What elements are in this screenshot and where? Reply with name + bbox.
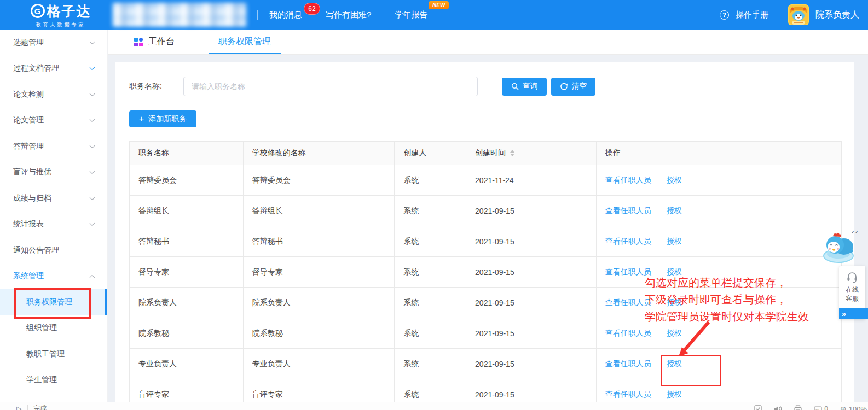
column-header-label: 职务名称 <box>138 148 169 158</box>
status-speaker-icon[interactable] <box>774 405 782 410</box>
tab-workbench[interactable]: 工作台 <box>134 30 175 54</box>
sidebar-item-4[interactable]: 论文管理 <box>0 108 107 134</box>
header-nav: 我的消息62写作有困难?学年报告NEW <box>257 0 439 30</box>
service-label-1: 在线 <box>846 285 859 294</box>
role-name-input[interactable] <box>183 77 478 96</box>
sidebar-item-11[interactable]: 职务权限管理 <box>0 289 107 315</box>
view-staff-link[interactable]: 查看任职人员 <box>605 298 651 308</box>
nav-item-1[interactable]: 我的消息62 <box>258 10 314 20</box>
manual-link[interactable]: 操作手册 <box>736 10 768 20</box>
browser-status-bar: ▷ 完成 an 0 ⊕ 100% <box>0 402 868 410</box>
nav-separator <box>439 10 439 20</box>
cell-学校修改的名称: 答辩组长 <box>244 196 395 226</box>
sidebar-item-2[interactable]: 过程文档管理 <box>0 56 107 82</box>
add-role-button[interactable]: + 添加新职务 <box>129 110 196 127</box>
status-check-icon[interactable] <box>754 405 762 410</box>
sidebar-item-13[interactable]: 教职工管理 <box>0 341 107 367</box>
online-service-widget[interactable]: 在线 客服 » <box>839 266 865 319</box>
authorize-link[interactable]: 授权 <box>667 267 682 277</box>
cell-创建人: 系统 <box>395 196 466 226</box>
cell-actions: 查看任职人员授权 <box>597 165 841 195</box>
authorize-link[interactable]: 授权 <box>667 237 682 247</box>
authorize-link[interactable]: 授权 <box>667 359 682 369</box>
view-staff-link[interactable]: 查看任职人员 <box>605 206 651 216</box>
chevron-down-icon <box>90 65 95 71</box>
cell-actions: 查看任职人员授权 <box>597 226 841 256</box>
sidebar-item-1[interactable]: 选题管理 <box>0 30 107 56</box>
status-counter[interactable]: an 0 <box>814 405 828 410</box>
view-staff-link[interactable]: 查看任职人员 <box>605 359 651 369</box>
nav-item-label: 我的消息 <box>269 10 302 19</box>
column-header-label: 创建时间 <box>475 148 506 158</box>
sidebar-item-6[interactable]: 盲评与推优 <box>0 160 107 186</box>
sidebar-item-label: 成绩与归档 <box>13 194 51 203</box>
chevron-down-icon <box>90 143 95 148</box>
authorize-link[interactable]: 授权 <box>667 298 682 308</box>
header-right: ? 操作手册 院系负责人 <box>720 0 859 30</box>
sidebar-item-label: 组织管理 <box>26 323 57 333</box>
sleep-zzz: z z <box>852 229 858 235</box>
column-header-label: 学校修改的名称 <box>252 148 306 158</box>
cell-创建人: 系统 <box>395 288 466 318</box>
view-staff-link[interactable]: 查看任职人员 <box>605 390 651 400</box>
cell-学校修改的名称: 督导专家 <box>244 257 395 287</box>
tab-bar: 工作台 职务权限管理 <box>108 30 868 55</box>
view-staff-link[interactable]: 查看任职人员 <box>605 237 651 247</box>
status-text: 完成 <box>33 404 47 410</box>
brand-tagline: 教育大数据专家 <box>20 21 102 28</box>
authorize-link[interactable]: 授权 <box>667 329 682 338</box>
column-header-2: 学校修改的名称 <box>244 142 395 165</box>
table-header-row: 职务名称学校修改的名称创建人创建时间操作 <box>130 142 841 165</box>
authorize-link[interactable]: 授权 <box>667 390 682 400</box>
search-button[interactable]: 查询 <box>502 78 547 96</box>
current-role[interactable]: 院系负责人 <box>815 9 859 21</box>
authorize-link[interactable]: 授权 <box>667 206 682 216</box>
service-expand-button[interactable]: » <box>839 308 868 319</box>
sidebar-item-5[interactable]: 答辩管理 <box>0 133 107 160</box>
nav-item-label: 学年报告 <box>395 10 427 19</box>
sidebar-item-12[interactable]: 组织管理 <box>0 315 107 342</box>
new-tag: NEW <box>429 1 449 9</box>
sidebar-item-9[interactable]: 通知公告管理 <box>0 237 107 263</box>
help-icon: ? <box>720 10 729 20</box>
status-printer-icon[interactable] <box>794 405 802 410</box>
service-label-2: 客服 <box>846 294 859 303</box>
sort-icon[interactable] <box>510 150 514 156</box>
sidebar-item-label: 盲评与推优 <box>13 167 51 177</box>
view-staff-link[interactable]: 查看任职人员 <box>605 175 651 185</box>
search-icon <box>511 83 519 90</box>
sidebar-item-label: 教职工管理 <box>26 349 65 359</box>
table-row: 答辩组长答辩组长系统2021-09-15查看任职人员授权 <box>130 196 841 226</box>
nav-item-2[interactable]: 写作有困难? <box>314 10 383 20</box>
cell-actions: 查看任职人员授权 <box>597 318 841 348</box>
view-staff-link[interactable]: 查看任职人员 <box>605 329 651 338</box>
nav-item-3[interactable]: 学年报告NEW <box>383 10 439 20</box>
view-staff-link[interactable]: 查看任职人员 <box>605 267 651 277</box>
brand-logo[interactable]: G 格子达 教育大数据专家 <box>20 2 102 28</box>
sidebar-item-label: 论文检测 <box>13 90 44 99</box>
sidebar-item-14[interactable]: 学生管理 <box>0 367 107 394</box>
authorize-link[interactable]: 授权 <box>667 175 682 185</box>
headset-icon <box>846 270 859 283</box>
avatar[interactable] <box>788 4 809 25</box>
roles-table: 职务名称学校修改的名称创建人创建时间操作答辩委员会答辩委员会系统2021-11-… <box>129 141 842 410</box>
sidebar-item-3[interactable]: 论文检测 <box>0 81 107 108</box>
mascot-penguin[interactable]: z z <box>820 227 859 266</box>
cell-职务名称: 督导专家 <box>130 257 244 287</box>
nav-item-label: 写作有困难? <box>326 10 371 19</box>
status-zoom[interactable]: ⊕ 100% <box>840 405 867 410</box>
sidebar-item-8[interactable]: 统计报表 <box>0 212 107 238</box>
column-header-label: 创建人 <box>403 148 426 158</box>
sidebar-item-7[interactable]: 成绩与归档 <box>0 185 107 212</box>
status-play-icon: ▷ <box>16 405 22 410</box>
cell-创建时间: 2021-09-15 <box>466 226 597 256</box>
column-header-4: 创建时间 <box>466 142 597 165</box>
tab-role-permission[interactable]: 职务权限管理 <box>209 30 281 54</box>
table-row: 院系教秘院系教秘系统2021-09-15查看任职人员授权 <box>130 318 841 349</box>
clear-button[interactable]: 清空 <box>551 78 595 96</box>
cell-职务名称: 答辩秘书 <box>130 226 244 256</box>
brand-tagline-text: 教育大数据专家 <box>36 21 86 28</box>
sidebar-item-label: 系统管理 <box>13 271 44 281</box>
sidebar-item-10[interactable]: 系统管理 <box>0 263 107 290</box>
cell-创建人: 系统 <box>395 318 466 348</box>
